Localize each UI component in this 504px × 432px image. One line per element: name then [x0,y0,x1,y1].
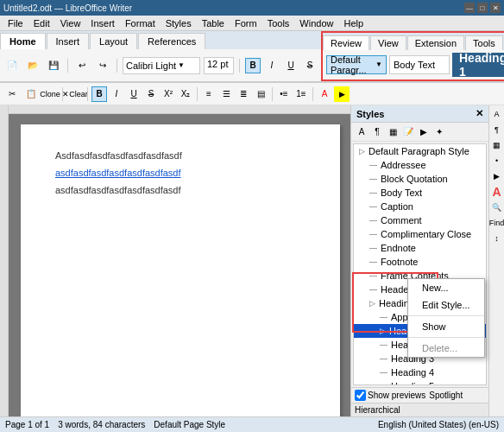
bold-btn2[interactable]: B [91,86,107,102]
styles-toolbar-btn-2[interactable]: ¶ [370,125,384,139]
side-btn-2[interactable]: ¶ [490,123,504,137]
tab-references[interactable]: References [138,33,205,49]
italic-button[interactable]: I [264,58,280,73]
minimize-button[interactable]: — [464,3,475,13]
menu-insert[interactable]: Insert [86,16,119,30]
side-btn-3[interactable]: ▦ [490,138,504,152]
redo-button[interactable]: ↪ [94,57,111,74]
default-paragraph-style-box[interactable]: Default Paragr... ▼ [326,55,387,74]
font-size-label: 12 pt [207,59,228,69]
side-btn-5[interactable]: ▶ [490,169,504,183]
tab-insert[interactable]: Insert [47,33,90,49]
numbered-list-btn[interactable]: 1≡ [293,86,309,102]
tab-review[interactable]: Review [323,35,369,50]
horizontal-ruler [9,105,350,114]
menu-help[interactable]: Help [339,16,368,30]
subscript-btn[interactable]: X₂ [178,86,193,102]
styles-close-icon[interactable]: ✕ [476,108,483,119]
style-item-default-paragraph[interactable]: ▷ Default Paragraph Style [354,144,486,158]
menu-styles[interactable]: Styles [161,16,196,30]
new-button[interactable]: 📄 [3,57,21,74]
tab-view[interactable]: View [370,35,406,50]
menu-edit[interactable]: Edit [29,16,54,30]
ribbon-content-right: Default Paragr... ▼ Body Text Heading 1 … [323,50,504,79]
side-btn-4[interactable]: • [490,154,504,168]
styles-toolbar-btn-5[interactable]: ▶ [417,125,431,139]
underline-btn2[interactable]: U [126,86,142,102]
style-item-caption[interactable]: — Caption [354,200,486,213]
style-item-comment[interactable]: — Comment [354,213,486,227]
clear-format-button[interactable]: ✕Clear [66,86,84,103]
styles-toolbar-btn-4[interactable]: 📝 [401,125,415,139]
far-right-toolbar: A ¶ ▦ • ▶ A 🔍 Find ↕ [488,105,504,416]
underline-button[interactable]: U [283,58,299,73]
save-button[interactable]: 💾 [45,57,62,74]
format-tb-btn-2[interactable]: 📋 [22,86,40,103]
clone-button[interactable]: Clone [41,86,59,103]
close-button[interactable]: ✕ [490,3,501,13]
window-controls: — □ ✕ [464,3,501,13]
ribbon-tabs-right: Review View Extension Tools [323,33,504,50]
style-label-heading4: Heading 4 [391,367,434,378]
align-center-btn[interactable]: ☰ [218,86,234,102]
superscript-btn[interactable]: X² [161,86,176,102]
font-name-box[interactable]: Calibri Light ▼ [123,57,200,74]
style-item-heading5[interactable]: — Heading 5 [354,379,486,385]
styles-toolbar-btn-6[interactable]: ✦ [432,125,446,139]
font-size-box[interactable]: 12 pt [204,57,234,74]
style-item-heading4[interactable]: — Heading 4 [354,365,486,379]
menu-tools[interactable]: Tools [263,16,294,30]
italic-btn2[interactable]: I [109,86,124,102]
document-page[interactable]: Asdfasdfasdfasdfasdfasdfasdf asdfasdfasd… [21,124,340,416]
language-label: English (United States) (en-US) [378,420,499,429]
style-item-addressee[interactable]: — Addressee [354,158,486,172]
menu-table[interactable]: Table [198,16,229,30]
tree-icon-endnote: — [369,244,377,252]
tab-tools[interactable]: Tools [465,35,503,50]
style-item-endnote[interactable]: — Endnote [354,241,486,255]
styles-panel: Styles ✕ A ¶ ▦ 📝 ▶ ✦ ▷ Default Paragraph… [350,105,488,416]
ctx-new[interactable]: New... [408,279,484,296]
style-item-complimentary-close[interactable]: — Complimentary Close [354,227,486,241]
ctx-show[interactable]: Show [408,318,484,335]
body-text-style-box[interactable]: Body Text [389,55,450,74]
strikethrough-btn2[interactable]: S [143,86,159,102]
bullet-list-btn[interactable]: •≡ [276,86,292,102]
undo-button[interactable]: ↩ [73,57,91,74]
open-button[interactable]: 📂 [24,57,41,74]
heading1-style-box[interactable]: Heading 1 [452,53,504,77]
style-item-footnote[interactable]: — Footnote [354,255,486,269]
align-right-btn[interactable]: ≣ [236,86,251,102]
ctx-edit-style[interactable]: Edit Style... [408,296,484,314]
styles-toolbar-btn-3[interactable]: ▦ [386,125,400,139]
side-btn-7[interactable]: Find [490,216,504,230]
font-color-btn[interactable]: A [317,86,332,102]
styles-toolbar-btn-1[interactable]: A [355,125,369,139]
side-btn-1[interactable]: A [490,107,504,121]
align-left-btn[interactable]: ≡ [201,86,217,102]
highlight-btn[interactable]: ▶ [334,86,350,102]
tab-extension[interactable]: Extension [407,35,464,50]
tab-layout[interactable]: Layout [90,33,137,49]
tab-home[interactable]: Home [0,33,46,49]
format-tb-btn-1[interactable]: ✂ [3,86,21,103]
ribbon-content-left: 📄 📂 💾 ↩ ↪ Calibri Light ▼ 12 pt B I U S [0,49,321,81]
bold-button[interactable]: B [245,58,261,73]
menu-view[interactable]: View [56,16,85,30]
style-item-body-text[interactable]: — Body Text [354,186,486,200]
menu-window[interactable]: Window [295,16,337,30]
menu-form[interactable]: Form [230,16,261,30]
justify-btn[interactable]: ▤ [253,86,268,102]
side-btn-8[interactable]: ↕ [490,232,504,245]
side-btn-6[interactable]: A [490,185,504,199]
menu-format[interactable]: Format [121,16,160,30]
style-label-body-text: Body Text [381,187,422,198]
side-btn-find[interactable]: 🔍 [490,200,504,214]
font-dropdown-arrow: ▼ [178,61,185,69]
maximize-button[interactable]: □ [477,3,488,13]
ctx-delete[interactable]: Delete... [408,340,484,357]
strikethrough-button[interactable]: S [302,58,318,73]
show-previews-checkbox[interactable] [355,390,366,401]
menu-file[interactable]: File [3,16,28,30]
style-item-block-quotation[interactable]: — Block Quotation [354,172,486,186]
